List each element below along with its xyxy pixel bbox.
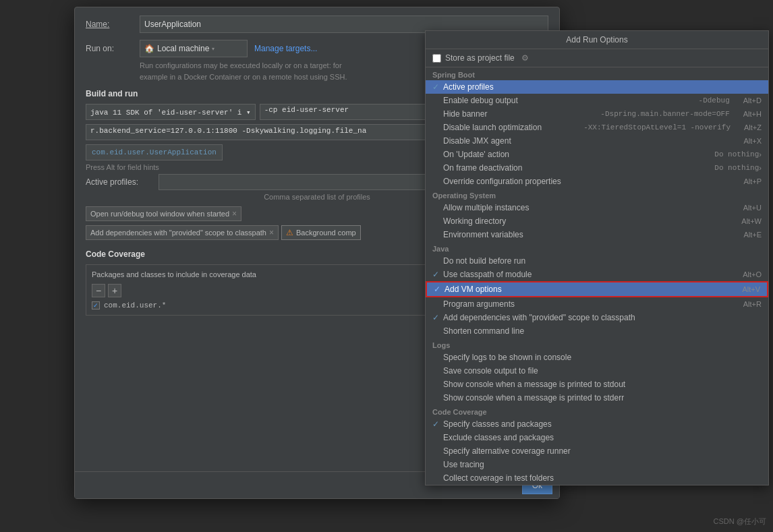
menu-item-on-update[interactable]: On 'Update' action Do nothing › <box>426 148 768 161</box>
background-comp-tag: ⚠ Background comp <box>281 225 361 240</box>
menu-item-hide-banner[interactable]: Hide banner -Dspring.main.banner-mode=OF… <box>426 107 768 121</box>
menu-item-no-build[interactable]: Do not build before run <box>426 254 768 268</box>
menu-item-alt-coverage-runner[interactable]: Specify alternative coverage runner <box>426 444 768 458</box>
menu-item-env-vars[interactable]: Environment variables Alt+E <box>426 228 768 241</box>
os-section-label: Operating System <box>426 188 768 201</box>
coverage-checkbox[interactable]: ✓ <box>92 301 100 309</box>
menu-item-on-frame-deactivation[interactable]: On frame deactivation Do nothing › <box>426 161 768 175</box>
menu-item-exclude-classes[interactable]: Exclude classes and packages <box>426 431 768 444</box>
run-on-label: Run on: <box>86 44 140 53</box>
java-sdk-dropdown[interactable]: java 11 SDK of 'eid-user-server' i ▾ <box>86 104 256 120</box>
run-on-dropdown[interactable]: 🏠 Local machine ▾ <box>140 40 248 57</box>
watermark: CSDN @任小可 <box>714 516 766 527</box>
menu-item-use-classpath[interactable]: ✓ Use classpath of module Alt+O <box>426 268 768 281</box>
manage-targets-link[interactable]: Manage targets... <box>254 44 317 53</box>
warning-icon: ⚠ <box>286 228 293 237</box>
menu-item-text: Active profiles <box>443 82 762 92</box>
main-class-field[interactable]: com.eid.user.UserApplication <box>86 144 223 160</box>
tag2-extra: Background comp <box>296 229 356 237</box>
add-dependencies-tag: Add dependencies with "provided" scope t… <box>86 225 279 240</box>
tag2-text: Add dependencies with "provided" scope t… <box>90 229 266 237</box>
operating-system-section: Operating System Allow multiple instance… <box>426 188 768 241</box>
menu-item-specify-classes[interactable]: ✓ Specify classes and packages <box>426 417 768 431</box>
menu-item-disable-jmx[interactable]: Disable JMX agent Alt+X <box>426 134 768 148</box>
java-section-label: Java <box>426 241 768 254</box>
tag1-close-icon[interactable]: × <box>232 209 237 218</box>
spring-boot-section-label: Spring Boot <box>426 67 768 80</box>
menu-item-add-deps-classpath[interactable]: ✓ Add dependencies with "provided" scope… <box>426 311 768 324</box>
logs-section-label: Logs <box>426 338 768 351</box>
logs-section: Logs Specify logs to be shown in console… <box>426 338 768 405</box>
menu-item-specify-logs[interactable]: Specify logs to be shown in console <box>426 351 768 364</box>
tag2-close-icon[interactable]: × <box>269 228 274 237</box>
menu-item-show-console-stderr[interactable]: Show console when a message is printed t… <box>426 391 768 405</box>
menu-item-save-console[interactable]: Save console output to file <box>426 364 768 378</box>
spring-boot-section: Spring Boot ✓ Active profiles Enable deb… <box>426 67 768 188</box>
menu-item-show-console-stdout[interactable]: Show console when a message is printed t… <box>426 378 768 391</box>
menu-item-override-config[interactable]: Override configuration properties Alt+P <box>426 175 768 188</box>
check-icon: ✓ <box>432 82 443 92</box>
open-tool-window-tag: Open run/debug tool window when started … <box>86 206 241 221</box>
remove-coverage-button[interactable]: − <box>92 284 105 297</box>
code-coverage-menu-section: Code Coverage ✓ Specify classes and pack… <box>426 405 768 485</box>
menu-item-add-vm-options[interactable]: ✓ Add VM options Alt+V <box>426 281 768 297</box>
chevron-down-icon: ▾ <box>212 46 214 52</box>
add-coverage-button[interactable]: + <box>108 284 121 297</box>
name-label: Name: <box>86 20 140 29</box>
dropdown-menu-header: Add Run Options <box>426 31 768 49</box>
menu-item-program-args[interactable]: Program arguments Alt+R <box>426 297 768 311</box>
java-section: Java Do not build before run ✓ Use class… <box>426 241 768 338</box>
menu-item-disable-launch[interactable]: Disable launch optimization -XX:TieredSt… <box>426 121 768 134</box>
menu-item-allow-multiple[interactable]: Allow multiple instances Alt+U <box>426 201 768 214</box>
store-project-label: Store as project file <box>445 53 515 63</box>
menu-item-enable-debug[interactable]: Enable debug output -Ddebug Alt+D <box>426 94 768 107</box>
arrow-right-icon: › <box>759 150 762 158</box>
run-on-value: Local machine <box>157 44 209 53</box>
code-coverage-section-label: Code Coverage <box>426 405 768 417</box>
menu-item-working-dir[interactable]: Working directory Alt+W <box>426 214 768 228</box>
gear-icon[interactable]: ⚙ <box>521 53 529 63</box>
menu-item-use-tracing[interactable]: Use tracing <box>426 458 768 471</box>
menu-item-shorten-cmd[interactable]: Shorten command line <box>426 324 768 338</box>
java-sdk-value: java 11 SDK of 'eid-user-server' i ▾ <box>90 108 251 117</box>
tag1-text: Open run/debug tool window when started <box>90 210 229 218</box>
menu-item-active-profiles[interactable]: ✓ Active profiles <box>426 80 768 94</box>
menu-item-collect-coverage[interactable]: Collect coverage in test folders <box>426 471 768 485</box>
house-icon: 🏠 <box>144 44 154 53</box>
active-profiles-label: Active profiles: <box>86 177 153 187</box>
coverage-class-text: com.eid.user.* <box>104 301 166 309</box>
store-project-file-row: Store as project file ⚙ <box>426 49 768 67</box>
store-project-checkbox[interactable] <box>432 54 441 63</box>
arrow-right-icon2: › <box>759 164 762 172</box>
add-run-options-menu: Add Run Options Store as project file ⚙ … <box>425 30 769 485</box>
